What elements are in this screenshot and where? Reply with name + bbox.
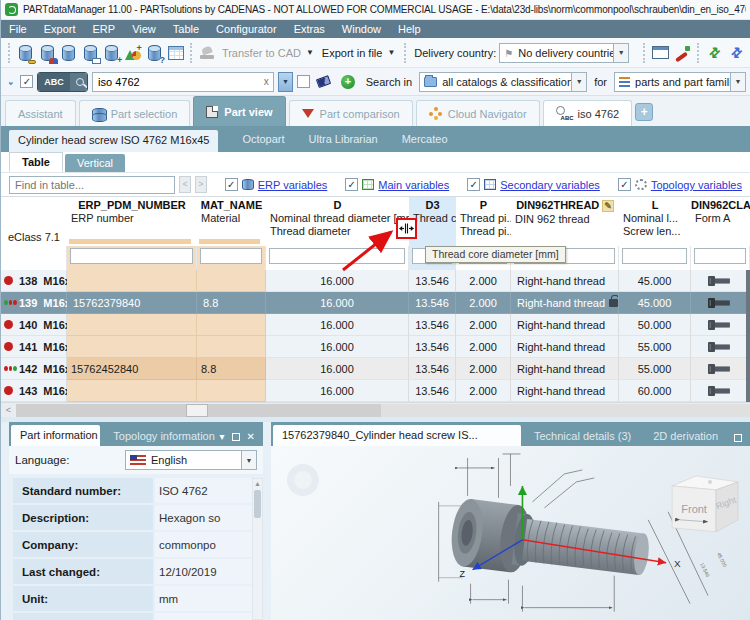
menu-file[interactable]: File <box>9 23 27 35</box>
find-next-button[interactable]: > <box>195 176 207 193</box>
tab-3d-model[interactable]: 15762379840_Cylinder head screw IS... <box>273 425 521 446</box>
main-variables-checkbox[interactable]: ✓ <box>345 178 358 191</box>
language-select[interactable]: English ▼ <box>125 450 257 470</box>
column-header-din962thread[interactable]: DIN962THREAD✎ DIN 962 thread <box>511 197 619 246</box>
swap-arrows-icon[interactable]: ⇄ <box>704 42 725 64</box>
tab-2d-derivation[interactable]: 2D derivation <box>644 426 727 446</box>
collapse-chevrons-icon[interactable]: ⌄⌄ <box>5 79 16 85</box>
database-add-icon[interactable]: + <box>101 42 122 64</box>
preview-maximize-icon[interactable] <box>734 434 742 442</box>
panel-layout-icon[interactable] <box>650 42 671 64</box>
menu-erp[interactable]: ERP <box>93 23 116 35</box>
start-search-icon[interactable]: + <box>341 75 354 89</box>
table-view-icon[interactable] <box>165 42 186 64</box>
menu-view[interactable]: View <box>132 23 156 35</box>
toolbar-grip[interactable] <box>8 43 11 63</box>
panel-maximize-icon[interactable] <box>232 433 240 441</box>
table-row-selected[interactable]: 139M16x45 15762379840 8.8 16.000 13.546 … <box>1 292 750 314</box>
tab-table-view[interactable]: Table <box>9 152 63 172</box>
search-scope-select[interactable]: all catalogs & classifications ▼ <box>419 72 587 92</box>
tab-search-result[interactable]: ABCiso 4762 <box>543 100 633 126</box>
part-info-scrollbar[interactable]: ▲ <box>252 478 263 620</box>
toolbar-grip[interactable] <box>190 43 193 63</box>
erp-variables-checkbox[interactable]: ✓ <box>225 178 238 191</box>
transfer-dropdown-arrow-icon[interactable]: ▼ <box>306 48 314 57</box>
table-row[interactable]: 141M16x55 16.000 13.546 2.000 Right-hand… <box>1 336 750 358</box>
tab-ultra-librarian[interactable]: Ultra Librarian <box>309 133 378 145</box>
delivery-country-select[interactable]: No delivery countries ▼ <box>499 43 629 63</box>
hotline-icon[interactable] <box>672 42 693 64</box>
toolbar-grip[interactable] <box>643 43 646 63</box>
column-header-mat-name[interactable]: MAT_NAMEMaterial <box>197 197 266 246</box>
database-question-icon[interactable]: ? <box>144 42 165 64</box>
tab-cloud-navigator[interactable]: Cloud Navigator <box>416 100 540 126</box>
table-vertical-scrollbar[interactable] <box>746 270 750 402</box>
table-row[interactable]: 142M16x55 15762452840 8.8 16.000 13.546 … <box>1 358 750 380</box>
scroll-left-icon[interactable]: < <box>1 404 16 417</box>
add-tab-button[interactable]: + <box>635 103 653 121</box>
filter-checkbox[interactable] <box>297 75 310 88</box>
toolbar-grip[interactable] <box>697 43 700 63</box>
find-prev-button[interactable]: < <box>179 176 191 193</box>
delivery-dropdown-arrow-icon[interactable]: ▼ <box>613 44 628 62</box>
menu-table[interactable]: Table <box>173 23 199 35</box>
menu-configurator[interactable]: Configurator <box>216 23 277 35</box>
database-mail-icon[interactable] <box>79 42 100 64</box>
tab-assistant[interactable]: Assistant <box>5 100 76 126</box>
filter-input-class[interactable] <box>694 248 746 264</box>
path-link[interactable]: E:\data\23d- <box>155 613 252 620</box>
panel-close-icon[interactable]: ✕ <box>247 431 255 442</box>
tab-vertical-view[interactable]: Vertical <box>65 154 125 172</box>
orientation-cube[interactable]: Front Right <box>672 476 738 532</box>
hscroll-thumb[interactable] <box>186 404 208 417</box>
table-row[interactable]: 140M16x50 16.000 13.546 2.000 Right-hand… <box>1 314 750 336</box>
tab-octopart[interactable]: Octopart <box>242 133 284 145</box>
tab-part-information[interactable]: Part information <box>11 425 100 446</box>
result-type-select[interactable]: parts and part familie ▼ <box>614 72 746 92</box>
tab-mercateo[interactable]: Mercateo <box>402 133 448 145</box>
menu-window[interactable]: Window <box>342 23 381 35</box>
transfer-to-cad-button[interactable]: Transfer to CAD <box>222 47 301 59</box>
column-header-l[interactable]: LNominal l...Screw len... <box>619 197 691 246</box>
table-row[interactable]: 143M16x60 16.000 13.546 2.000 Right-hand… <box>1 380 750 402</box>
edit-pencil-icon[interactable]: ✎ <box>602 200 614 212</box>
main-variables-link[interactable]: Main variables <box>378 179 449 191</box>
toolbar-grip[interactable] <box>404 43 407 63</box>
search-history-dropdown-icon[interactable]: ▼ <box>278 72 293 92</box>
tab-current-part[interactable]: Cylinder head screw ISO 4762 M16x45 <box>9 130 218 152</box>
database-icon[interactable] <box>58 42 79 64</box>
search-option-checkbox[interactable]: ✓ <box>20 75 33 88</box>
swap-arrows2-icon[interactable]: ⇄ <box>725 42 746 64</box>
database-key-icon[interactable] <box>15 42 36 64</box>
column-header-erp-pdm-number[interactable]: ERP_PDM_NUMBERERP number <box>67 197 197 246</box>
tab-part-comparison[interactable]: Part comparison <box>289 100 413 126</box>
filter-input-erp[interactable] <box>70 248 193 264</box>
erp-variables-link[interactable]: ERP variables <box>258 179 328 191</box>
scope-dropdown-arrow-icon[interactable]: ▼ <box>571 73 586 91</box>
eraser-icon[interactable] <box>316 75 332 88</box>
tab-part-view[interactable]: Part view <box>193 96 285 126</box>
filter-input-mat[interactable] <box>200 248 262 264</box>
menu-help[interactable]: Help <box>398 23 421 35</box>
search-icon[interactable] <box>70 73 88 91</box>
result-type-dropdown-arrow-icon[interactable]: ▼ <box>730 73 745 91</box>
menu-extras[interactable]: Extras <box>294 23 325 35</box>
clear-search-icon[interactable]: x <box>260 76 273 87</box>
secondary-variables-link[interactable]: Secondary variables <box>500 179 600 191</box>
export-dropdown-arrow-icon[interactable]: ▼ <box>387 48 395 57</box>
database-users-icon[interactable] <box>36 42 57 64</box>
topology-variables-checkbox[interactable]: ✓ <box>618 178 631 191</box>
export-in-file-button[interactable]: Export in file <box>322 47 383 59</box>
abc-button[interactable]: ABC <box>38 73 70 91</box>
3d-viewport[interactable]: X Z 13.546 45.000 Front Right <box>271 446 750 620</box>
topology-variables-link[interactable]: Topology variables <box>651 179 742 191</box>
find-in-table-input[interactable] <box>9 176 175 194</box>
secondary-variables-checkbox[interactable]: ✓ <box>467 178 480 191</box>
tab-topology-information[interactable]: Topology information <box>104 426 215 446</box>
column-header-p[interactable]: PThread pi...Thread pi... <box>456 197 511 246</box>
chart-add-icon[interactable]: + <box>122 42 143 64</box>
text-search-toggle[interactable]: ABC <box>37 72 88 92</box>
column-header-din962class[interactable]: DIN962CLASForm A <box>691 197 750 246</box>
menu-export[interactable]: Export <box>44 23 76 35</box>
filter-input-l[interactable] <box>622 248 687 264</box>
